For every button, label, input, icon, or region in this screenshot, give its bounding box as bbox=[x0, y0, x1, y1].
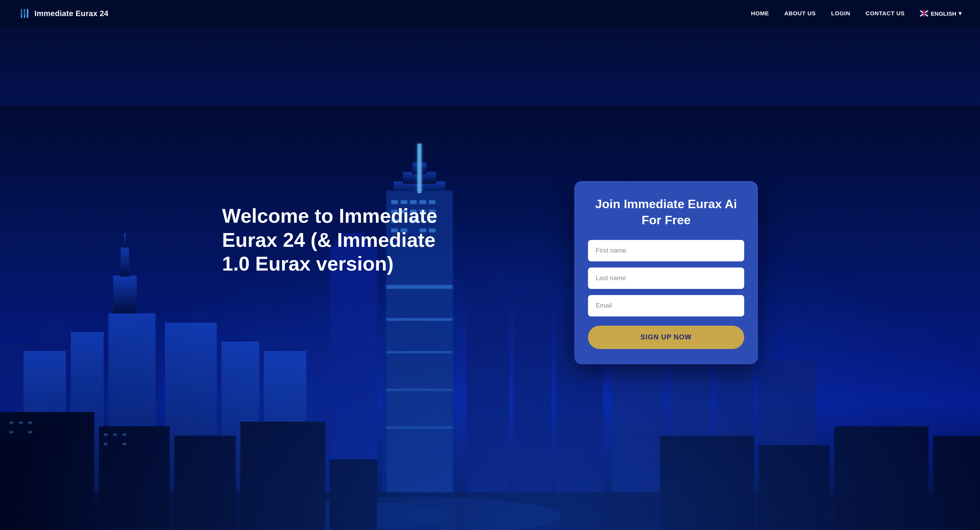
email-group bbox=[588, 295, 744, 316]
svg-rect-72 bbox=[99, 426, 170, 530]
email-input[interactable] bbox=[588, 295, 744, 316]
nav-link-login[interactable]: LOGIN bbox=[831, 10, 850, 16]
svg-rect-23 bbox=[113, 276, 137, 313]
svg-rect-74 bbox=[240, 422, 325, 530]
hero-title: Welcome to Immediate Eurax 24 (& Immedia… bbox=[222, 204, 444, 276]
language-label: ENGLISH bbox=[931, 10, 956, 17]
svg-rect-56 bbox=[387, 426, 452, 429]
flag-uk-icon bbox=[920, 10, 928, 16]
hero-content: Welcome to Immediate Eurax 24 (& Immedia… bbox=[222, 181, 758, 364]
signup-button[interactable]: SIGN UP NOW bbox=[588, 326, 744, 349]
svg-rect-90 bbox=[104, 443, 108, 445]
svg-rect-85 bbox=[10, 431, 13, 433]
last-name-group bbox=[588, 267, 744, 289]
hero-text: Welcome to Immediate Eurax 24 (& Immedia… bbox=[222, 181, 444, 276]
svg-rect-25 bbox=[124, 233, 126, 248]
svg-rect-55 bbox=[387, 389, 452, 391]
svg-rect-24 bbox=[121, 247, 129, 276]
svg-rect-73 bbox=[175, 436, 236, 530]
svg-rect-76 bbox=[660, 436, 754, 530]
logo-link[interactable]: Immediate Eurax 24 bbox=[18, 7, 108, 20]
last-name-input[interactable] bbox=[588, 267, 744, 289]
svg-rect-88 bbox=[113, 434, 117, 436]
nav-links: HOME ABOUT US LOGIN CONTACT US ENGLISH ▾ bbox=[751, 10, 962, 17]
svg-rect-84 bbox=[28, 422, 32, 424]
nav-item-login[interactable]: LOGIN bbox=[831, 10, 850, 17]
nav-link-contact[interactable]: CONTACT US bbox=[866, 10, 905, 16]
nav-item-home[interactable]: HOME bbox=[751, 10, 769, 17]
logo-icon bbox=[18, 7, 31, 20]
svg-rect-75 bbox=[330, 459, 377, 530]
navbar: Immediate Eurax 24 HOME ABOUT US LOGIN C… bbox=[0, 0, 980, 27]
chevron-down-icon: ▾ bbox=[959, 10, 962, 17]
svg-rect-83 bbox=[19, 422, 23, 424]
nav-language-selector[interactable]: ENGLISH ▾ bbox=[920, 10, 962, 17]
svg-rect-87 bbox=[104, 434, 108, 436]
svg-rect-82 bbox=[10, 422, 13, 424]
nav-item-contact[interactable]: CONTACT US bbox=[866, 10, 905, 17]
first-name-group bbox=[588, 240, 744, 261]
form-card-title: Join Immediate Eurax Ai For Free bbox=[588, 196, 744, 228]
nav-link-home[interactable]: HOME bbox=[751, 10, 769, 16]
first-name-input[interactable] bbox=[588, 240, 744, 261]
svg-rect-71 bbox=[0, 412, 94, 530]
svg-rect-2 bbox=[27, 9, 28, 18]
svg-rect-91 bbox=[122, 443, 126, 445]
svg-rect-86 bbox=[28, 431, 32, 433]
logo-text: Immediate Eurax 24 bbox=[34, 9, 108, 18]
signup-form-card: Join Immediate Eurax Ai For Free SIGN UP… bbox=[574, 181, 758, 364]
svg-rect-79 bbox=[933, 436, 980, 530]
hero-section: Welcome to Immediate Eurax 24 (& Immedia… bbox=[0, 0, 980, 530]
svg-rect-78 bbox=[834, 426, 928, 530]
nav-link-about[interactable]: ABOUT US bbox=[784, 10, 816, 16]
svg-rect-77 bbox=[759, 445, 830, 530]
nav-item-about[interactable]: ABOUT US bbox=[784, 10, 816, 17]
svg-rect-89 bbox=[122, 434, 126, 436]
signup-form: SIGN UP NOW bbox=[588, 240, 744, 349]
